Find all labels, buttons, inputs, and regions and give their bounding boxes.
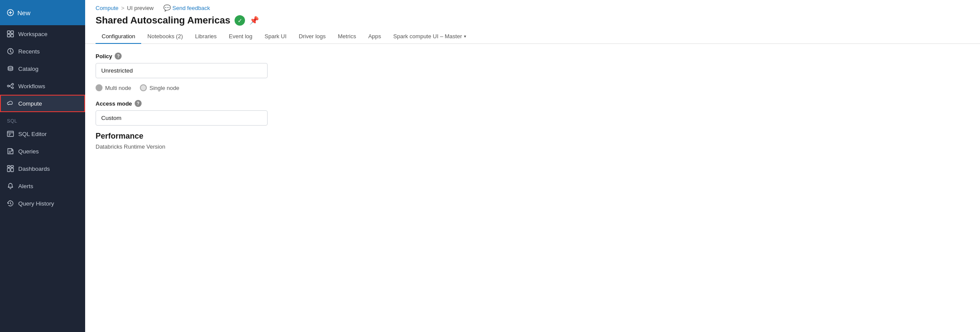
sidebar-item-queries-label: Queries bbox=[18, 148, 39, 155]
sidebar-item-dashboards[interactable]: Dashboards bbox=[0, 160, 85, 177]
node-type-radio-group: Multi node Single node bbox=[96, 84, 970, 91]
breadcrumb-separator: > bbox=[121, 5, 125, 11]
sidebar-item-compute-label: Compute bbox=[18, 100, 42, 107]
single-node-label: Single node bbox=[149, 85, 179, 91]
tab-spark-ui[interactable]: Spark UI bbox=[258, 30, 293, 44]
access-mode-label: Access mode ? bbox=[96, 100, 970, 107]
page-title: Shared Autoscaling Americas bbox=[96, 15, 230, 26]
status-active-icon: ✓ bbox=[235, 15, 245, 26]
policy-value: Unrestricted bbox=[96, 63, 268, 78]
pin-icon[interactable]: 📌 bbox=[249, 16, 259, 25]
svg-line-27 bbox=[10, 204, 11, 205]
single-node-radio[interactable] bbox=[140, 84, 147, 91]
breadcrumb-parent[interactable]: Compute bbox=[96, 5, 119, 11]
send-feedback-link[interactable]: 💬 Send feedback bbox=[163, 4, 210, 11]
sidebar-item-sql-editor-label: SQL Editor bbox=[18, 131, 47, 137]
tab-spark-compute-ui[interactable]: Spark compute UI – Master ▾ bbox=[387, 30, 472, 44]
sidebar-item-dashboards-label: Dashboards bbox=[18, 166, 50, 172]
send-feedback-label: Send feedback bbox=[172, 5, 210, 11]
chevron-down-icon: ▾ bbox=[464, 34, 466, 39]
svg-point-12 bbox=[12, 83, 13, 85]
topbar: Compute > UI preview 💬 Send feedback bbox=[85, 0, 980, 11]
svg-rect-6 bbox=[11, 34, 13, 37]
sidebar-item-alerts-label: Alerts bbox=[18, 183, 33, 189]
sidebar-item-sql-editor[interactable]: SQL Editor bbox=[0, 125, 85, 143]
access-mode-value: Custom bbox=[96, 110, 268, 126]
main-content: Compute > UI preview 💬 Send feedback Sha… bbox=[85, 0, 980, 332]
svg-rect-23 bbox=[11, 166, 13, 167]
sql-section-label: SQL bbox=[0, 112, 85, 125]
sidebar-item-recents-label: Recents bbox=[18, 48, 40, 55]
single-node-option[interactable]: Single node bbox=[140, 84, 179, 91]
tab-configuration[interactable]: Configuration bbox=[96, 30, 141, 44]
multi-node-label: Multi node bbox=[105, 85, 131, 91]
bell-icon bbox=[7, 183, 14, 189]
databricks-runtime-label: Databricks Runtime Version bbox=[96, 143, 970, 150]
multi-node-option[interactable]: Multi node bbox=[96, 84, 131, 91]
svg-rect-22 bbox=[7, 166, 10, 167]
sidebar: New Workspace Recents bbox=[0, 0, 85, 332]
tab-apps[interactable]: Apps bbox=[362, 30, 387, 44]
plus-icon bbox=[7, 9, 14, 16]
feedback-bubble-icon: 💬 bbox=[163, 4, 171, 11]
svg-line-14 bbox=[9, 85, 12, 86]
svg-rect-4 bbox=[11, 31, 13, 33]
breadcrumb-current: UI preview bbox=[127, 5, 153, 11]
tab-driver-logs[interactable]: Driver logs bbox=[293, 30, 332, 44]
multi-node-radio[interactable] bbox=[96, 84, 103, 91]
history-icon bbox=[7, 200, 14, 207]
cloud-icon bbox=[7, 100, 14, 107]
workspace-icon bbox=[7, 30, 14, 37]
clock-icon bbox=[7, 48, 14, 55]
configuration-content: Policy ? Unrestricted Multi node Single … bbox=[85, 44, 980, 332]
svg-rect-24 bbox=[7, 168, 10, 172]
sidebar-item-alerts[interactable]: Alerts bbox=[0, 177, 85, 195]
dashboards-icon bbox=[7, 165, 14, 172]
svg-line-9 bbox=[10, 52, 12, 53]
sidebar-item-recents[interactable]: Recents bbox=[0, 43, 85, 60]
sidebar-item-catalog-label: Catalog bbox=[18, 66, 39, 72]
sidebar-item-query-history[interactable]: Query History bbox=[0, 195, 85, 212]
policy-help-icon[interactable]: ? bbox=[115, 53, 122, 60]
new-button[interactable]: New bbox=[0, 0, 85, 25]
sql-editor-icon bbox=[7, 130, 14, 137]
tabs: Configuration Notebooks (2) Libraries Ev… bbox=[85, 28, 980, 44]
svg-rect-25 bbox=[11, 168, 13, 172]
sidebar-item-query-history-label: Query History bbox=[18, 200, 54, 207]
svg-point-10 bbox=[8, 66, 13, 68]
performance-section-title: Performance bbox=[96, 132, 970, 141]
tab-notebooks[interactable]: Notebooks (2) bbox=[141, 30, 189, 44]
sidebar-item-catalog[interactable]: Catalog bbox=[0, 60, 85, 77]
workflows-icon bbox=[7, 83, 14, 90]
tab-metrics[interactable]: Metrics bbox=[332, 30, 362, 44]
new-button-label: New bbox=[17, 9, 30, 17]
tab-event-log[interactable]: Event log bbox=[223, 30, 258, 44]
sidebar-item-workspace-label: Workspace bbox=[18, 31, 47, 37]
svg-point-11 bbox=[7, 85, 9, 87]
sidebar-item-workflows-label: Workflows bbox=[18, 83, 45, 90]
tab-libraries[interactable]: Libraries bbox=[189, 30, 223, 44]
svg-point-13 bbox=[12, 87, 13, 89]
policy-label: Policy ? bbox=[96, 53, 970, 60]
sidebar-item-compute[interactable]: Compute bbox=[0, 95, 85, 112]
sidebar-item-workflows[interactable]: Workflows bbox=[0, 77, 85, 95]
sidebar-item-workspace[interactable]: Workspace bbox=[0, 25, 85, 43]
svg-rect-5 bbox=[7, 34, 10, 37]
sidebar-item-queries[interactable]: Queries bbox=[0, 143, 85, 160]
catalog-icon bbox=[7, 65, 14, 72]
page-title-row: Shared Autoscaling Americas ✓ 📌 bbox=[85, 11, 980, 26]
svg-rect-3 bbox=[7, 31, 10, 33]
svg-line-15 bbox=[9, 86, 12, 88]
access-mode-help-icon[interactable]: ? bbox=[135, 100, 142, 107]
queries-icon bbox=[7, 148, 14, 155]
